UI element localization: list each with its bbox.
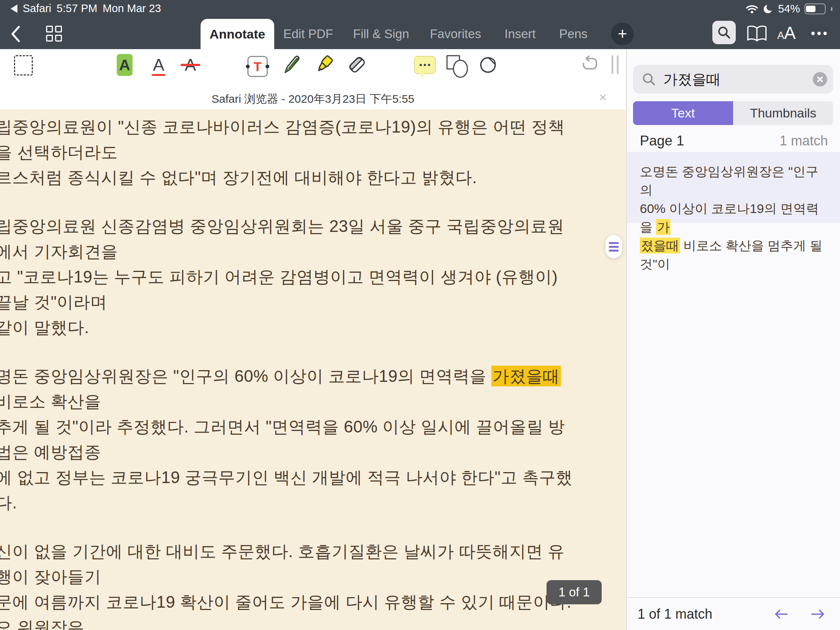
paragraph: 신이 없을 기간에 대한 대비도 주문했다. 호흡기질환은 날씨가 따뜻해지면 …	[0, 538, 573, 630]
next-match-button[interactable]	[810, 608, 826, 620]
back-button[interactable]	[10, 25, 22, 43]
aa-large-letter: A	[784, 23, 796, 43]
results-mode-segmented-control: Text Thumbnails	[633, 101, 833, 125]
search-footer: 1 of 1 match	[627, 597, 840, 630]
toolbar-divider-handle[interactable]	[611, 55, 619, 74]
textbox-letter: T	[254, 59, 262, 74]
back-to-app-icon	[11, 5, 17, 13]
results-page-row: Page 1 1 match	[627, 130, 840, 152]
match-count: 1 match	[780, 133, 828, 149]
pdf-annotator-app: Safari 5:57 PM Mon Mar 23 54% Annotate E…	[0, 0, 840, 630]
battery-percent: 54%	[778, 3, 800, 15]
search-panel: 가졌을때 Text Thumbnails Page 1 1 match 오명돈 …	[626, 49, 840, 630]
segment-thumbnails[interactable]: Thumbnails	[733, 101, 833, 125]
tab-fill-sign[interactable]: Fill & Sign	[353, 19, 409, 49]
sidebar-drag-handle[interactable]	[605, 235, 622, 258]
paragraph: 명돈 중앙임상위원장은 "인구의 60% 이상이 코로나19의 면역력을 가졌을…	[0, 363, 573, 515]
pen-tool[interactable]	[281, 54, 302, 76]
document-text: 립중앙의료원이 "신종 코로나바이러스 감염증(코로나19)의 유행은 어떤 정…	[0, 114, 573, 630]
search-button-active[interactable]	[712, 21, 736, 44]
underline-text-tool[interactable]: A	[151, 54, 166, 76]
do-not-disturb-moon-icon	[763, 4, 774, 14]
tab-edit-pdf[interactable]: Edit PDF	[283, 19, 333, 49]
selection-marquee-tool[interactable]	[14, 55, 33, 76]
circle-shape	[453, 60, 468, 78]
battery-icon	[805, 3, 826, 14]
comment-note-tool[interactable]	[414, 56, 436, 74]
battery-fill	[806, 6, 815, 12]
status-bar-left: Safari 5:57 PM Mon Mar 23	[11, 2, 161, 15]
tab-pens[interactable]: Pens	[559, 19, 587, 49]
undo-button[interactable]	[581, 55, 599, 73]
search-field-icon	[641, 72, 657, 87]
highlighter-tool[interactable]	[314, 54, 334, 76]
battery-tip	[831, 7, 832, 11]
strikeout-text-tool[interactable]: A	[180, 54, 200, 76]
eraser-tool[interactable]	[347, 54, 367, 75]
search-match-highlight: 가졌을때	[491, 366, 561, 386]
text-settings-button[interactable]: AA	[777, 23, 796, 43]
tab-favorites[interactable]: Favorites	[430, 19, 481, 49]
status-date: Mon Mar 23	[103, 2, 161, 15]
clear-search-button[interactable]	[813, 72, 827, 87]
result-highlight: 가	[656, 219, 670, 235]
reading-mode-book-icon[interactable]	[746, 25, 768, 43]
comment-tail	[419, 73, 425, 78]
document-title: Safari 浏览器 - 2020年3月23日 下午5:55	[0, 92, 626, 107]
highlight-letter: A	[119, 56, 130, 74]
more-options-button[interactable]	[811, 32, 827, 35]
status-time: 5:57 PM	[57, 2, 98, 15]
shapes-tool[interactable]	[447, 55, 468, 77]
page-grid-button[interactable]	[46, 26, 62, 41]
page-indicator-badge: 1 of 1	[546, 580, 602, 604]
document-page[interactable]: 립중앙의료원이 "신종 코로나바이러스 감염증(코로나19)의 유행은 어떤 정…	[0, 109, 626, 630]
add-tab-button[interactable]: +	[611, 23, 634, 45]
search-icon	[717, 25, 731, 39]
previous-match-button[interactable]	[774, 608, 789, 620]
document-close-button[interactable]: ×	[599, 90, 606, 105]
tab-annotate[interactable]: Annotate	[201, 19, 274, 49]
aa-small-letter: A	[777, 30, 784, 41]
segment-text[interactable]: Text	[633, 101, 733, 125]
text-box-tool[interactable]: T	[247, 56, 268, 77]
match-position-label: 1 of 1 match	[638, 606, 774, 622]
wifi-icon	[745, 4, 758, 14]
page-label: Page 1	[640, 133, 684, 149]
sticker-tool[interactable]	[478, 54, 499, 75]
back-to-app-label[interactable]: Safari	[23, 2, 51, 15]
tab-annotate-label: Annotate	[210, 27, 265, 41]
status-bar-right: 54%	[745, 3, 832, 15]
paragraph: 립중앙의료원이 "신종 코로나바이러스 감염증(코로나19)의 유행은 어떤 정…	[0, 114, 573, 190]
search-query: 가졌을때	[663, 70, 813, 89]
paragraph: 립중앙의료원 신종감염병 중앙임상위원회는 23일 서울 중구 국립중앙의료원에…	[0, 213, 573, 340]
search-result-item[interactable]: 오명돈 중앙임상위원장은 "인구의 60% 이상이 코로나19의 면역력을 가 …	[627, 152, 840, 223]
highlight-text-tool[interactable]: A	[117, 54, 133, 76]
underline-letter: A	[153, 55, 164, 75]
result-highlight: 졌을때	[640, 238, 680, 253]
search-input[interactable]: 가졌을때	[633, 65, 833, 94]
tab-insert[interactable]: Insert	[505, 19, 536, 49]
